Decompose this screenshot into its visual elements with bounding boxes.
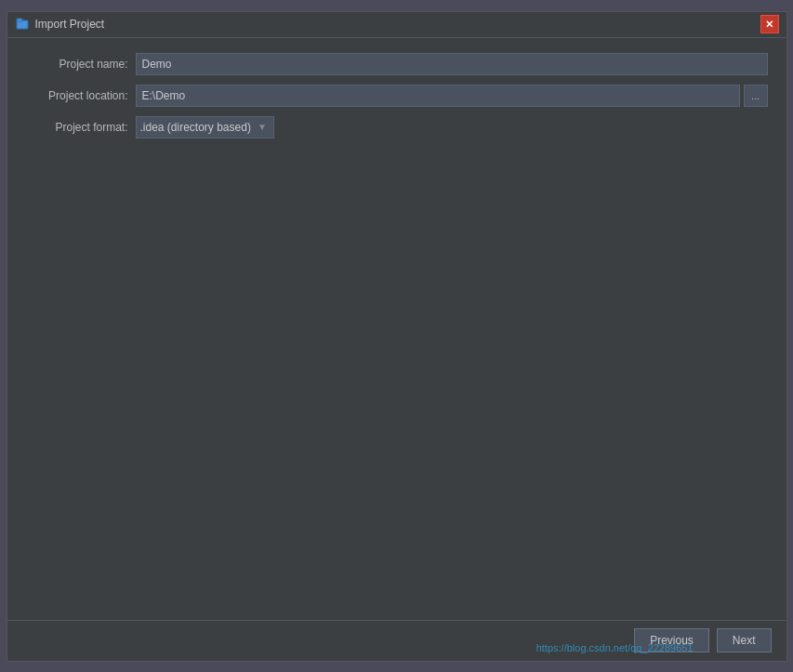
project-name-row: Project name: [26, 53, 768, 75]
dialog-content: Project name: Project location: ... Proj… [7, 38, 786, 620]
watermark: https://blog.csdn.net/qq_22289651 [536, 642, 694, 653]
project-name-label: Project name: [26, 58, 128, 71]
project-location-field-group: ... [136, 85, 768, 107]
project-location-input[interactable] [136, 85, 740, 107]
title-bar: Import Project ✕ [7, 12, 786, 38]
svg-rect-1 [17, 19, 22, 21]
project-format-value: .idea (directory based) [140, 121, 251, 134]
close-button[interactable]: ✕ [760, 15, 779, 33]
next-button[interactable]: Next [717, 628, 772, 652]
dialog-footer: Previous Next [7, 620, 786, 661]
project-location-row: Project location: ... [26, 85, 768, 107]
project-name-input[interactable] [136, 53, 768, 75]
title-bar-icon [15, 17, 30, 32]
project-format-label: Project format: [26, 121, 128, 134]
import-project-dialog: Import Project ✕ Project name: Project l… [7, 11, 787, 662]
dropdown-arrow-icon: ▼ [255, 120, 270, 135]
project-format-dropdown[interactable]: .idea (directory based) ▼ [136, 116, 274, 138]
project-format-row: Project format: .idea (directory based) … [26, 116, 768, 138]
browse-button[interactable]: ... [744, 85, 768, 107]
title-bar-title: Import Project [35, 18, 760, 31]
project-location-label: Project location: [26, 89, 128, 102]
